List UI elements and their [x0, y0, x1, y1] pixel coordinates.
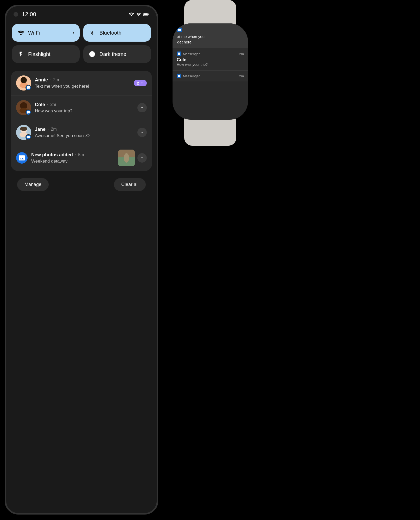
watch-cole-app-name: Messenger [183, 52, 200, 56]
watch-cole-name: Cole [177, 57, 244, 62]
notif-photos[interactable]: New photos added · 5m Weekend getaway [11, 145, 152, 171]
jane-name: Jane [35, 127, 46, 132]
wifi-tile-label: Wi-Fi [28, 30, 40, 36]
annie-name: Annie [35, 77, 48, 83]
dark-theme-tile[interactable]: Dark theme [83, 45, 151, 63]
wifi-arrow-icon: › [73, 30, 74, 36]
wifi-tile[interactable]: Wi-Fi › [12, 24, 80, 42]
jane-message: Awesome! See you soon :O [35, 133, 134, 138]
svg-point-14 [20, 127, 27, 131]
svg-point-17 [124, 153, 129, 163]
jane-notif-content: Jane · 2m Awesome! See you soon :O [35, 127, 134, 138]
photos-name: New photos added [31, 152, 73, 158]
status-dot [14, 12, 18, 17]
cole-dot: · [47, 102, 48, 107]
watch-card-1-text: xt me when you get here! [177, 34, 243, 45]
annie-count-badge[interactable]: 2 [134, 80, 147, 86]
jane-messenger-badge [26, 134, 31, 140]
photos-app-icon [16, 152, 28, 164]
cole-actions [137, 103, 147, 112]
watch-partial-app-name: Messenger [183, 74, 200, 78]
annie-time: 2m [53, 78, 59, 82]
photos-message: Weekend getaway [31, 159, 114, 164]
watch-partial-time: 2m [239, 74, 244, 78]
flashlight-tile-icon [17, 50, 24, 58]
cole-time: 2m [50, 102, 56, 107]
svg-rect-1 [143, 13, 148, 15]
annie-message: Text me when you get here! [35, 84, 130, 89]
watch-cole-message: How was your trip? [177, 62, 244, 67]
cole-avatar-wrap [16, 100, 31, 115]
jane-notif-header: Jane · 2m [35, 127, 134, 132]
status-bar: 12:00 [6, 6, 157, 20]
jane-expand-button[interactable] [137, 128, 147, 137]
bluetooth-tile[interactable]: Bluetooth [83, 24, 151, 42]
watch-messenger-icon-2 [177, 52, 181, 56]
bluetooth-tile-label: Bluetooth [99, 30, 122, 36]
svg-rect-2 [149, 14, 149, 15]
watch-cole-app: Messenger [177, 52, 200, 56]
notif-jane[interactable]: Jane · 2m Awesome! See you soon :O [11, 120, 152, 145]
watch-card-1: xt me when you get here! [173, 23, 248, 48]
photos-expand-button[interactable] [137, 153, 147, 163]
status-time-area: 12:00 [14, 11, 36, 18]
cole-expand-button[interactable] [137, 103, 147, 112]
thumbnail-svg [118, 150, 135, 166]
qs-row-1: Wi-Fi › Bluetooth [12, 24, 151, 42]
bluetooth-tile-icon [88, 29, 96, 36]
watch-notif-partial: Messenger 2m [173, 70, 248, 81]
notifications-panel: Annie · 2m Text me when you get here! 2 [11, 71, 152, 171]
status-time: 12:00 [22, 11, 36, 18]
battery-status-icon [143, 12, 149, 16]
phone-device: 12:00 [5, 5, 158, 515]
jane-dot: · [48, 127, 49, 132]
watch-messenger-icon-1 [177, 28, 182, 32]
photos-thumbnail [118, 150, 135, 166]
watch-cole-time: 2m [239, 52, 244, 56]
cole-name: Cole [35, 102, 45, 107]
photos-notif-content: New photos added · 5m Weekend getaway [31, 152, 114, 164]
annie-count: 2 [137, 81, 139, 85]
smartwatch: xt me when you get here! Messenger 2m Co… [166, 0, 254, 146]
annie-dot: · [50, 78, 51, 82]
photos-time: 5m [78, 152, 84, 157]
watch-cole-header: Messenger 2m [177, 52, 244, 56]
jane-avatar-wrap [16, 125, 31, 140]
signal-status-icon [136, 12, 141, 17]
photos-icon-svg [18, 155, 25, 161]
notification-bottom-actions: Manage Clear all [11, 174, 152, 196]
flashlight-tile-label: Flashlight [28, 51, 50, 57]
wifi-status-icon [129, 12, 134, 17]
flashlight-tile[interactable]: Flashlight [12, 45, 80, 63]
cole-messenger-badge [26, 110, 31, 115]
cole-notif-header: Cole · 2m [35, 102, 134, 107]
manage-button[interactable]: Manage [17, 178, 49, 191]
annie-actions: 2 [134, 80, 147, 86]
status-icons [129, 12, 149, 17]
svg-point-6 [21, 77, 27, 83]
annie-messenger-badge [26, 85, 31, 91]
notif-annie[interactable]: Annie · 2m Text me when you get here! 2 [11, 71, 152, 95]
annie-avatar-wrap [16, 75, 31, 91]
annie-notif-content: Annie · 2m Text me when you get here! [35, 77, 130, 89]
qs-row-2: Flashlight Dark theme [12, 45, 151, 63]
dark-theme-tile-label: Dark theme [99, 51, 126, 57]
jane-time: 2m [51, 127, 56, 132]
clear-all-button[interactable]: Clear all [114, 178, 146, 191]
photos-notif-header: New photos added · 5m [31, 152, 114, 158]
photos-dot: · [75, 152, 76, 157]
notif-cole[interactable]: Cole · 2m How was your trip? [11, 95, 152, 120]
cole-notif-content: Cole · 2m How was your trip? [35, 102, 134, 114]
watch-messenger-icon-3 [177, 74, 181, 78]
quick-settings: Wi-Fi › Bluetooth [6, 20, 157, 69]
annie-notif-header: Annie · 2m [35, 77, 130, 83]
jane-actions [137, 128, 147, 137]
wifi-tile-icon [17, 29, 24, 36]
cole-message: How was your trip? [35, 108, 134, 114]
watch-notif-cole: Messenger 2m Cole How was your trip? [173, 48, 248, 70]
photos-actions [118, 150, 147, 166]
watch-body: xt me when you get here! Messenger 2m Co… [173, 23, 248, 120]
dark-theme-tile-icon [88, 50, 96, 58]
